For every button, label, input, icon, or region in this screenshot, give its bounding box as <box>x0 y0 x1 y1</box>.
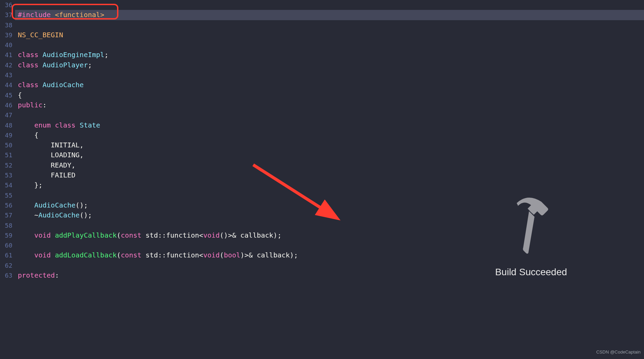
code-area[interactable]: #include <functional>NS_CC_BEGINclass Au… <box>15 0 644 359</box>
code-token <box>18 121 34 129</box>
code-token: const <box>121 231 145 239</box>
line-number: 45 <box>0 90 12 100</box>
code-line[interactable]: READY, <box>15 160 644 170</box>
code-line[interactable]: { <box>15 130 644 140</box>
line-number: 54 <box>0 180 12 190</box>
code-token: ( <box>220 251 224 259</box>
code-line[interactable] <box>15 70 644 80</box>
code-line[interactable]: NS_CC_BEGIN <box>15 30 644 40</box>
code-line[interactable] <box>15 110 644 120</box>
line-number: 62 <box>0 261 12 270</box>
code-token: addLoadCallback <box>55 251 117 259</box>
code-token: )>& callback); <box>240 251 298 259</box>
code-token: std <box>145 231 158 239</box>
code-token: AudioCache <box>38 211 79 219</box>
code-token: AudioCache <box>42 81 83 89</box>
code-token: function <box>166 251 199 259</box>
code-token: class <box>18 51 42 59</box>
hammer-icon <box>511 196 552 256</box>
code-token: bool <box>224 251 240 259</box>
line-number: 37 <box>0 10 12 20</box>
code-line[interactable]: enum class State <box>15 120 644 130</box>
code-line[interactable]: class AudioEngineImpl; <box>15 50 644 60</box>
code-token: FAILED <box>18 171 76 179</box>
line-number: 43 <box>0 70 12 80</box>
line-number: 38 <box>0 20 12 30</box>
line-number: 61 <box>0 250 12 260</box>
code-token <box>18 251 34 259</box>
code-token: { <box>18 91 22 99</box>
line-number: 59 <box>0 230 12 240</box>
code-line[interactable]: class AudioCache <box>15 80 644 90</box>
code-line[interactable]: { <box>15 90 644 100</box>
code-line[interactable]: #include <functional> <box>15 10 644 20</box>
code-line[interactable] <box>15 0 644 10</box>
line-number: 41 <box>0 50 12 60</box>
code-line[interactable]: LOADING, <box>15 150 644 160</box>
line-number: 52 <box>0 160 12 170</box>
code-token: ( <box>117 251 121 259</box>
code-token: ; <box>104 51 108 59</box>
code-line[interactable]: FAILED <box>15 170 644 180</box>
line-number: 48 <box>0 120 12 130</box>
line-number: 57 <box>0 210 12 220</box>
code-token: INITIAL, <box>18 141 84 149</box>
code-token: (); <box>76 201 88 209</box>
line-number: 50 <box>0 140 12 150</box>
code-token: class <box>18 61 42 69</box>
code-token: :: <box>158 231 166 239</box>
code-token: : <box>42 101 47 109</box>
code-token: LOADING, <box>18 151 84 159</box>
code-token: const <box>121 251 145 259</box>
code-token: <functional> <box>55 11 104 19</box>
code-token: NS_CC_BEGIN <box>18 31 63 39</box>
line-number: 55 <box>0 190 12 200</box>
code-line[interactable] <box>15 20 644 30</box>
code-token: enum class <box>34 121 79 129</box>
line-number: 60 <box>0 240 12 250</box>
code-token: AudioPlayer <box>42 61 88 69</box>
line-number: 40 <box>0 40 12 50</box>
code-token: class <box>18 81 42 89</box>
line-number: 42 <box>0 60 12 70</box>
line-number: 58 <box>0 221 12 230</box>
line-number: 46 <box>0 100 12 110</box>
line-number-gutter: 3637383940414243444546474849505152535455… <box>0 0 15 359</box>
code-editor[interactable]: 3637383940414243444546474849505152535455… <box>0 0 644 359</box>
code-token <box>18 231 34 239</box>
line-number: 51 <box>0 150 12 160</box>
code-token: : <box>55 271 59 279</box>
watermark-text: CSDN @CodeCaptain <box>596 347 641 357</box>
line-number: 53 <box>0 170 12 180</box>
code-token: }; <box>18 181 42 189</box>
line-number: 47 <box>0 110 12 120</box>
build-succeeded-popup: Build Succeeded <box>483 196 579 277</box>
code-token: addPlayCallback <box>55 231 117 239</box>
code-token: void <box>34 231 55 239</box>
code-token: < <box>199 251 203 259</box>
build-status-text: Build Succeeded <box>495 267 567 277</box>
code-token: ~ <box>18 211 38 219</box>
code-line[interactable]: INITIAL, <box>15 140 644 150</box>
code-token: function <box>166 231 199 239</box>
code-token: public <box>18 101 42 109</box>
code-token: READY, <box>18 161 76 169</box>
code-line[interactable]: public: <box>15 100 644 110</box>
code-token: < <box>199 231 203 239</box>
code-token: ; <box>88 61 92 69</box>
code-line[interactable]: }; <box>15 180 644 190</box>
code-token: (); <box>80 211 92 219</box>
code-token: AudioEngineImpl <box>42 51 104 59</box>
code-token: void <box>203 251 220 259</box>
code-token: #include <box>18 11 55 19</box>
code-token: std <box>145 251 158 259</box>
line-number: 56 <box>0 200 12 210</box>
code-line[interactable] <box>15 40 644 50</box>
code-token: AudioCache <box>34 201 75 209</box>
code-token: ( <box>117 231 121 239</box>
line-number: 49 <box>0 130 12 140</box>
line-number: 39 <box>0 30 12 40</box>
line-number: 63 <box>0 270 12 280</box>
code-token: State <box>80 121 100 129</box>
code-line[interactable]: class AudioPlayer; <box>15 60 644 70</box>
